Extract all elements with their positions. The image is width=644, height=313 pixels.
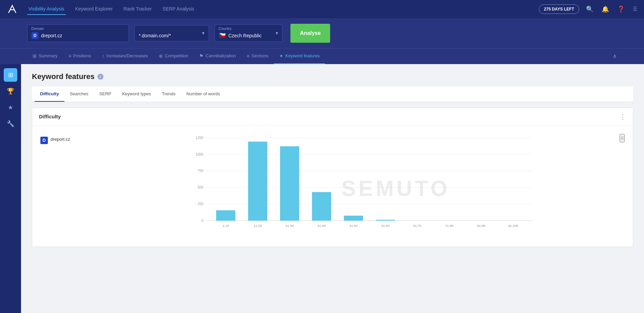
analyse-button[interactable]: Analyse [290, 24, 330, 43]
tab-keyword-features[interactable]: ✦ Keyword features [274, 48, 325, 64]
keyword-features-icon: ✦ [279, 53, 283, 59]
tab-keyword-features-label: Keyword features [285, 53, 320, 58]
sections-icon: ≡ [247, 53, 249, 59]
domain-label: Domain [31, 26, 44, 31]
sub-tab-difficulty[interactable]: Difficulty [35, 86, 64, 102]
country-field-group: Country 🇨🇿 Czech Republic ▼ [214, 24, 282, 42]
days-left-button[interactable]: 275 DAYS LEFT [539, 4, 579, 14]
info-icon[interactable]: i [97, 74, 103, 80]
sub-tab-keyword-types[interactable]: Keyword types [117, 86, 156, 102]
sub-tab-searches[interactable]: Searches [64, 86, 94, 102]
bar-11-20 [248, 141, 267, 220]
svg-text:250: 250 [197, 202, 204, 206]
svg-text:0: 0 [202, 219, 204, 222]
sidebar: ⊞ 🏆 ★ 🔧 [0, 64, 21, 313]
nav-links: Visibility Analysis Keyword Explorer Ran… [27, 3, 539, 15]
main-content: Keyword features i Difficulty Searches S… [21, 64, 644, 313]
bar-chart: 1250 1000 750 500 250 0 1-10 [99, 131, 627, 240]
chart-menu-button[interactable]: ⋮ [619, 113, 626, 121]
grid-menu-button[interactable]: ⠿ [631, 4, 639, 14]
bar-51-60 [376, 220, 395, 220]
legend-domain-label: dreport.cz [51, 137, 70, 142]
match-field-group: Match *.domain.com/* ▼ [134, 25, 209, 41]
match-value: *.domain.com/* [139, 33, 171, 38]
country-flag: 🇨🇿 [219, 32, 226, 39]
svg-text:51-60: 51-60 [381, 224, 390, 228]
legend-domain-icon: D [40, 137, 48, 144]
nav-rank-tracker[interactable]: Rank Tracker [122, 3, 153, 15]
search-button[interactable]: 🔍 [585, 4, 595, 14]
country-value: Czech Republic [228, 33, 262, 38]
nav-right: 275 DAYS LEFT 🔍 🔔 ❓ ⠿ [539, 4, 639, 14]
tab-bar-collapse[interactable]: ∧ [613, 53, 617, 59]
tab-sections[interactable]: ≡ Sections [241, 48, 274, 64]
tab-competition-label: Competition [165, 53, 188, 58]
chart-card-title: Difficulty [39, 114, 61, 119]
tab-increases-decreases[interactable]: ↕ Increases/Decreases [97, 48, 153, 64]
increases-icon: ↕ [102, 53, 105, 59]
sidebar-item-wrench[interactable]: 🔧 [4, 117, 17, 131]
svg-text:91-100: 91-100 [508, 224, 518, 228]
sidebar-item-grid[interactable]: ⊞ [4, 68, 17, 82]
main-layout: ⊞ 🏆 ★ 🔧 Keyword features i Difficulty Se… [0, 64, 644, 313]
chart-card: Difficulty ⋮ D dreport.cz SEMUTO ≡ [32, 107, 633, 247]
tab-summary-label: Summary [39, 53, 58, 58]
sub-tabs: Difficulty Searches SERP Keyword types T… [32, 86, 633, 102]
match-dropdown-arrow: ▼ [201, 31, 205, 36]
svg-text:21-30: 21-30 [285, 224, 293, 228]
positions-icon: ≡ [69, 53, 71, 59]
chart-card-header: Difficulty ⋮ [32, 108, 633, 126]
tab-cannibalization-label: Cannibalization [206, 53, 236, 58]
summary-icon: ⊞ [33, 53, 37, 59]
help-button[interactable]: ❓ [616, 4, 626, 14]
page-title-row: Keyword features i [32, 72, 633, 81]
sub-tab-serp[interactable]: SERP [94, 86, 117, 102]
country-label: Country [219, 26, 232, 31]
tab-summary[interactable]: ⊞ Summary [27, 48, 63, 64]
nav-visibility-analysis[interactable]: Visibility Analysis [27, 3, 66, 15]
tab-increases-label: Increases/Decreases [107, 53, 148, 58]
bar-41-50 [344, 216, 363, 221]
chart-legend: D dreport.cz [38, 131, 99, 241]
svg-text:61-70: 61-70 [413, 224, 421, 228]
chart-area: SEMUTO ≡ [99, 131, 627, 241]
sidebar-item-trophy[interactable]: 🏆 [4, 84, 17, 98]
page-title: Keyword features [32, 72, 95, 81]
nav-keyword-explorer[interactable]: Keyword Explorer [74, 3, 114, 15]
logo[interactable] [5, 2, 19, 16]
sidebar-item-star[interactable]: ★ [4, 101, 17, 114]
match-input[interactable]: *.domain.com/* ▼ [134, 25, 209, 41]
export-icon[interactable]: ≡ [620, 134, 625, 142]
bar-31-40 [312, 192, 331, 220]
tab-bar: ⊞ Summary ≡ Positions ↕ Increases/Decrea… [0, 48, 644, 64]
tab-positions-label: Positions [73, 53, 91, 58]
tab-sections-label: Sections [251, 53, 268, 58]
svg-text:1-10: 1-10 [223, 224, 229, 228]
chart-body: D dreport.cz SEMUTO ≡ [32, 126, 633, 247]
svg-text:71-80: 71-80 [445, 224, 453, 228]
bar-21-30 [280, 146, 299, 220]
svg-text:81-90: 81-90 [477, 224, 485, 228]
cannibalization-icon: ⚑ [199, 53, 204, 59]
app-root: Visibility Analysis Keyword Explorer Ran… [0, 0, 644, 313]
svg-text:1250: 1250 [195, 136, 203, 139]
notification-button[interactable]: 🔔 [600, 4, 610, 14]
svg-text:500: 500 [197, 185, 204, 189]
domain-value: dreport.cz [41, 33, 62, 38]
top-nav: Visibility Analysis Keyword Explorer Ran… [0, 0, 644, 18]
domain-icon: D [32, 32, 38, 39]
svg-text:750: 750 [197, 169, 204, 173]
sub-tab-trends[interactable]: Trends [156, 86, 181, 102]
svg-text:41-50: 41-50 [349, 224, 358, 228]
tab-positions[interactable]: ≡ Positions [63, 48, 97, 64]
tab-cannibalization[interactable]: ⚑ Cannibalization [194, 48, 241, 64]
competition-icon: ⊕ [159, 53, 163, 59]
tab-competition[interactable]: ⊕ Competition [153, 48, 194, 64]
bar-1-10 [216, 210, 235, 220]
sub-tab-number-of-words[interactable]: Number of words [181, 86, 225, 102]
domain-field-group: Domain D dreport.cz [27, 24, 129, 42]
country-dropdown-arrow: ▼ [275, 31, 279, 36]
nav-serp-analysis[interactable]: SERP Analysis [161, 3, 195, 15]
svg-text:31-40: 31-40 [318, 224, 326, 228]
svg-text:11-20: 11-20 [253, 224, 262, 228]
